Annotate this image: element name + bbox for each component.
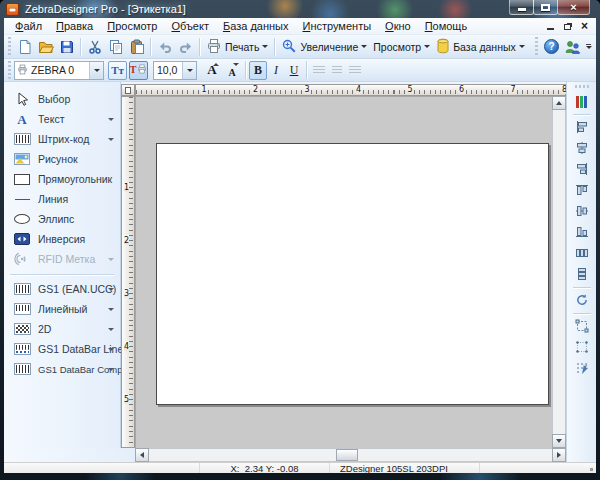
chevron-down-icon[interactable] (108, 368, 114, 371)
font-select[interactable]: ZEBRA 0 (14, 61, 104, 80)
undo-button[interactable] (154, 36, 175, 57)
design-canvas[interactable] (135, 96, 552, 448)
save-button[interactable] (56, 36, 77, 57)
users-button[interactable] (562, 36, 583, 57)
italic-button[interactable]: I (267, 61, 285, 80)
toolbox-item-barcode[interactable]: Штрих-код (4, 129, 120, 149)
label-page[interactable] (156, 143, 549, 405)
snap-to-grid-button[interactable] (572, 360, 592, 377)
decrease-font-button[interactable]: A (222, 60, 242, 81)
scrollbar-thumb[interactable] (336, 449, 358, 461)
align-top-edges-button[interactable] (572, 182, 592, 199)
new-document-button[interactable] (14, 36, 35, 57)
scroll-left-button[interactable] (135, 448, 149, 462)
mdi-restore-button[interactable] (559, 19, 576, 33)
maximize-button[interactable] (533, 0, 558, 15)
ruler-corner-button[interactable] (121, 84, 135, 96)
scroll-down-button[interactable] (552, 434, 566, 448)
chevron-down-icon[interactable] (108, 308, 114, 311)
chevron-down-icon (262, 45, 268, 48)
toolbox-item-linear[interactable]: Линейный (4, 299, 120, 319)
toolbar-grip[interactable] (575, 85, 589, 88)
align-right-edges-button[interactable] (572, 161, 592, 178)
chevron-down-icon[interactable] (89, 62, 103, 79)
align-bottom-edges-button[interactable] (572, 224, 592, 241)
increase-font-button[interactable]: A (202, 60, 222, 81)
minimize-button[interactable] (509, 0, 534, 15)
selection-marquee-button[interactable] (572, 318, 592, 335)
snap-grid-icon (575, 361, 589, 377)
menu-file[interactable]: Файл (8, 19, 49, 33)
chevron-down-icon[interactable] (182, 62, 196, 79)
copy-button[interactable] (105, 36, 126, 57)
redo-button[interactable] (175, 36, 196, 57)
menu-window[interactable]: Окно (378, 19, 418, 33)
chevron-down-icon[interactable] (108, 118, 114, 121)
app-icon[interactable] (6, 3, 19, 16)
align-right-button[interactable] (346, 61, 364, 79)
paste-button[interactable] (126, 36, 147, 57)
toolbar-grip[interactable] (534, 37, 539, 55)
menu-object[interactable]: Объект (164, 19, 215, 33)
toolbox-item-inverse[interactable]: Инверсия (4, 229, 120, 249)
align-center-button[interactable] (328, 61, 346, 79)
chevron-down-icon[interactable] (108, 328, 114, 331)
zoom-button[interactable]: Увеличение (278, 36, 370, 57)
distribute-vertical-icon (575, 267, 589, 283)
toolbox-item-rectangle[interactable]: Прямоугольник (4, 169, 120, 189)
close-button[interactable]: × (557, 0, 590, 15)
toolbox-item-text[interactable]: A Текст (4, 109, 120, 129)
zoom-icon (281, 38, 297, 56)
resize-grip[interactable] (590, 468, 593, 471)
align-left-button[interactable] (310, 61, 328, 79)
scroll-up-button[interactable] (552, 96, 566, 110)
rotate-icon (575, 293, 589, 309)
align-center-horizontal-button[interactable] (572, 140, 592, 157)
menu-edit[interactable]: Правка (49, 19, 100, 33)
vertical-scrollbar[interactable] (552, 96, 566, 448)
menu-tools[interactable]: Инструменты (295, 19, 378, 33)
bold-button[interactable]: B (249, 61, 267, 80)
database-button[interactable]: База данных (433, 36, 528, 57)
open-button[interactable] (35, 36, 56, 57)
cut-button[interactable] (84, 36, 105, 57)
menu-help[interactable]: Помощь (418, 19, 475, 33)
toolbox-item-line[interactable]: Линия (4, 189, 120, 209)
toolbar-grip[interactable] (7, 37, 12, 55)
toolbox-item-2d[interactable]: 2D (4, 319, 120, 339)
menu-view[interactable]: Просмотр (100, 19, 164, 33)
toolbox-item-ellipse[interactable]: Эллипс (4, 209, 120, 229)
preview-button[interactable]: Просмотр (370, 36, 433, 57)
printer-fonts-toggle[interactable]: T (129, 61, 148, 80)
vertical-ruler: 12345 (121, 96, 135, 448)
align-left-edges-button[interactable] (572, 119, 592, 136)
horizontal-scrollbar[interactable] (135, 448, 566, 462)
scroll-right-button[interactable] (552, 448, 566, 462)
toolbox-item-gs1-databar-composite[interactable]: GS1 DataBar Composite (4, 359, 120, 379)
mdi-minimize-button[interactable] (542, 19, 559, 33)
distribute-vertical-button[interactable] (572, 266, 592, 283)
chevron-down-icon[interactable] (108, 288, 114, 291)
align-center-vertical-button[interactable] (572, 203, 592, 220)
distribute-horizontal-button[interactable] (572, 245, 592, 262)
help-button[interactable] (541, 36, 562, 57)
toolbox-item-picture[interactable]: Рисунок (4, 149, 120, 169)
truetype-fonts-toggle[interactable]: Тт (108, 61, 127, 80)
chevron-down-icon[interactable] (108, 138, 114, 141)
mdi-close-button[interactable]: × (576, 19, 593, 33)
underline-button[interactable]: U (285, 61, 303, 80)
font-size-select[interactable]: 10,0 (153, 61, 197, 80)
toolbox-item-select[interactable]: Выбор (4, 89, 120, 109)
toolbox-item-gs1-databar-linear[interactable]: GS1 DataBar Linear (4, 339, 120, 359)
chevron-down-icon[interactable] (108, 348, 114, 351)
menu-database[interactable]: База данных (216, 19, 296, 33)
print-button[interactable]: Печать (203, 36, 271, 57)
main-toolbar: Печать Увеличение Просмотр База данных (4, 35, 596, 59)
toolbox-item-gs1-eanucc[interactable]: GS1 (EAN.UCC) (4, 279, 120, 299)
rotate-button[interactable] (572, 292, 592, 309)
toolbar-overflow-button[interactable] (583, 38, 594, 56)
colors-button[interactable] (572, 93, 592, 110)
selection-points-button[interactable] (572, 339, 592, 356)
titlebar[interactable]: ZebraDesigner Pro - [Этикетка1] × (0, 0, 600, 18)
toolbar-grip[interactable] (7, 61, 12, 79)
